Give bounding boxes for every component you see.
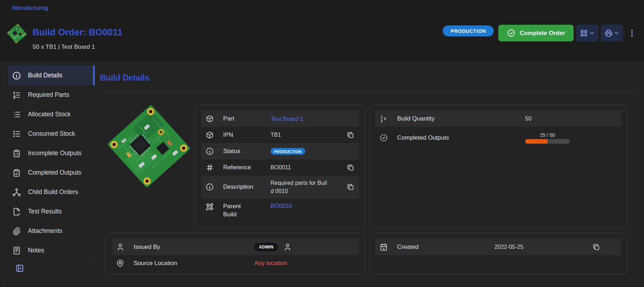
- sidebar-item-consumed-stock[interactable]: Consumed Stock: [8, 124, 95, 144]
- detail-label: Status: [223, 147, 257, 156]
- progress-label: 25 / 50: [540, 132, 555, 138]
- svg-text:1: 1: [381, 115, 383, 119]
- sidebar-item-completed-outputs[interactable]: Completed Outputs: [8, 163, 95, 182]
- detail-label: IPN: [223, 131, 257, 139]
- header-actions: Complete Order: [498, 25, 637, 41]
- copy-icon[interactable]: [347, 183, 354, 191]
- copy-icon[interactable]: [592, 243, 600, 251]
- clock-check-icon: [379, 134, 388, 142]
- detail-value: TB1: [271, 132, 281, 138]
- hierarchy-icon: [12, 188, 21, 197]
- circle-check-icon: [507, 29, 516, 37]
- sidebar-item-label: Child Build Orders: [28, 188, 78, 196]
- detail-row-parent-build: Parent Build BO0010: [201, 198, 359, 225]
- print-actions-button[interactable]: [601, 25, 623, 41]
- svg-text:3: 3: [384, 117, 386, 121]
- map-pin-icon: [116, 259, 124, 268]
- part-thumbnail[interactable]: [8, 24, 26, 43]
- user-icon: [116, 243, 124, 251]
- detail-row-issued-by: Issued By ADMIN: [112, 239, 359, 255]
- sidebar-item-label: Notes: [28, 247, 44, 254]
- sidebar-item-required-parts[interactable]: Required Parts: [8, 85, 95, 105]
- paperclip-icon: [12, 227, 21, 236]
- list-numbers-icon: [12, 90, 21, 100]
- source-location-value: Any location: [254, 260, 287, 267]
- details-panel: Part Test Board 1 IPN TB1 Status PRODUCT…: [195, 105, 365, 229]
- detail-label: Created: [397, 243, 454, 251]
- page-subtitle: 50 x TB1 | Test Board 1: [33, 43, 95, 51]
- production-badge: PRODUCTION: [271, 148, 305, 155]
- clipboard-list-icon: [12, 149, 21, 158]
- parent-build-link[interactable]: BO0010: [271, 203, 292, 209]
- quantity-panel: 123 Build Quantity 50 Completed Outputs …: [369, 105, 627, 229]
- breadcrumb-manufacturing[interactable]: Manufacturing: [12, 5, 48, 11]
- list-check-icon: [12, 129, 21, 139]
- status-badge: PRODUCTION: [443, 25, 494, 36]
- detail-row-part: Part Test Board 1: [201, 111, 359, 127]
- sidebar-footer: [8, 260, 95, 274]
- page-header: Build Order: BO0011 50 x TB1 | Test Boar…: [0, 16, 644, 62]
- more-actions-icon[interactable]: [627, 27, 637, 39]
- complete-order-label: Complete Order: [520, 30, 565, 37]
- sidebar-item-incomplete-outputs[interactable]: Incomplete Outputs: [8, 144, 95, 163]
- barcode-actions-button[interactable]: [576, 25, 598, 41]
- complete-order-button[interactable]: Complete Order: [498, 25, 574, 41]
- detail-label: Completed Outputs: [397, 134, 454, 142]
- admin-badge: ADMIN: [254, 243, 278, 251]
- detail-row-completed-outputs: Completed Outputs 25 / 50: [375, 127, 621, 149]
- detail-label: Source Location: [134, 259, 204, 268]
- sidebar-item-label: Test Results: [28, 208, 62, 215]
- heading-divider: [100, 93, 638, 93]
- detail-row-status: Status PRODUCTION: [201, 143, 359, 159]
- tools-icon: [205, 203, 214, 211]
- sidebar-item-label: Required Parts: [28, 91, 69, 99]
- sidebar-item-label: Attachments: [28, 227, 62, 235]
- detail-value: Required parts for Build 0010: [271, 179, 330, 195]
- issue-panel: Issued By ADMIN Source Location Any loca…: [106, 233, 365, 274]
- page-title: Build Order: BO0011: [33, 27, 122, 38]
- printer-icon: [604, 29, 613, 37]
- info-circle-icon: [12, 71, 21, 80]
- detail-label: Part: [223, 115, 257, 123]
- sidebar-item-label: Allocated Stock: [28, 111, 71, 118]
- info-circle-icon: [205, 183, 214, 191]
- numbers-123-icon: 123: [379, 115, 388, 123]
- sidebar-item-attachments[interactable]: Attachments: [8, 221, 95, 241]
- sidebar-item-label: Completed Outputs: [28, 169, 81, 176]
- chevron-down-icon: [614, 30, 620, 36]
- sidebar-item-notes[interactable]: Notes: [8, 241, 95, 260]
- detail-label: Reference: [223, 164, 257, 172]
- detail-row-build-quantity: 123 Build Quantity 50: [375, 111, 621, 127]
- detail-row-ipn: IPN TB1: [201, 127, 359, 143]
- sidebar: Build Details Required Parts Allocated S…: [4, 62, 95, 286]
- chevron-down-icon: [589, 30, 595, 36]
- clipboard-check-icon: [12, 168, 21, 177]
- sidebar-item-label: Incomplete Outputs: [28, 150, 82, 157]
- svg-text:2: 2: [381, 119, 383, 123]
- qrcode-icon: [580, 29, 588, 37]
- sidebar-item-child-build-orders[interactable]: Child Build Orders: [8, 182, 95, 202]
- sidebar-item-test-results[interactable]: Test Results: [8, 202, 95, 221]
- calendar-icon: [379, 243, 388, 251]
- progress-bar: [525, 139, 570, 144]
- part-link[interactable]: Test Board 1: [271, 116, 303, 122]
- file-check-icon: [12, 207, 21, 216]
- detail-row-reference: Reference BO0011: [201, 159, 359, 176]
- detail-value: BO0011: [271, 164, 291, 171]
- collapse-sidebar-icon[interactable]: [15, 264, 24, 273]
- progress-fill: [525, 139, 547, 144]
- user-icon: [283, 243, 292, 251]
- sidebar-item-build-details[interactable]: Build Details: [8, 66, 95, 85]
- part-image[interactable]: [104, 102, 193, 191]
- detail-label: Build Quantity: [397, 115, 454, 123]
- copy-icon[interactable]: [347, 131, 354, 139]
- top-bar: Manufacturing: [0, 0, 644, 16]
- copy-icon[interactable]: [347, 164, 354, 171]
- detail-label: Description: [223, 183, 257, 191]
- hash-icon: [205, 163, 214, 172]
- detail-value: 50: [525, 116, 532, 122]
- sidebar-item-allocated-stock[interactable]: Allocated Stock: [8, 105, 95, 124]
- sidebar-item-label: Consumed Stock: [28, 130, 75, 137]
- info-circle-icon: [205, 147, 214, 156]
- detail-label: Parent Build: [223, 203, 248, 219]
